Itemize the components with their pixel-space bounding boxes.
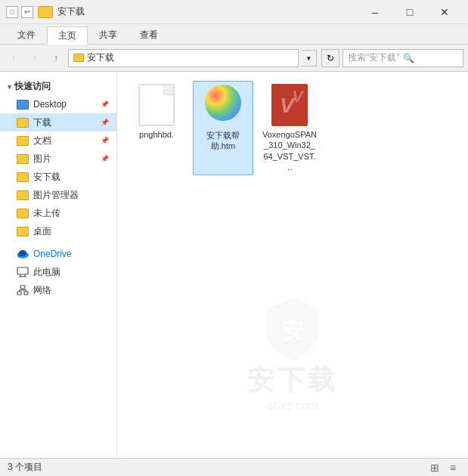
file-label-0: pnghhbd. [139, 129, 174, 140]
status-count: 3 个项目 [8, 461, 42, 474]
address-box[interactable]: 安下载 [68, 49, 299, 67]
sidebar-item-documents[interactable]: 文档 📌 [0, 131, 116, 150]
tab-share[interactable]: 共享 [88, 26, 129, 44]
up-button[interactable]: ↑ [47, 49, 65, 67]
pin-icon-documents: 📌 [101, 137, 109, 144]
tab-view[interactable]: 查看 [129, 26, 169, 44]
pin-icon-desktop: 📌 [101, 100, 109, 108]
file-icon-htm-container [205, 85, 241, 127]
svg-rect-4 [17, 267, 28, 274]
breadcrumb: 安下载 [73, 51, 114, 64]
address-text: 安下载 [87, 51, 114, 64]
files-grid: pnghhbd. 安下载帮助.htm V VoxengoSPAN_310_ [123, 78, 462, 178]
tab-file[interactable]: 文件 [6, 26, 47, 44]
sidebar-desktop-label: Desktop [33, 99, 67, 110]
tab-home[interactable]: 主页 [47, 26, 88, 45]
sidebar-item-onedrive[interactable]: OneDrive [0, 245, 116, 263]
svg-text:V: V [280, 94, 296, 117]
sidebar-network-label: 网络 [33, 284, 51, 297]
pin-icon-download: 📌 [101, 119, 109, 126]
sidebar-item-unuploaded[interactable]: 未上传 [0, 204, 116, 222]
file-icon-generic-0 [138, 84, 175, 126]
sidebar-item-photo-manager[interactable]: 图片管理器 [0, 186, 116, 204]
ribbon: 文件 主页 共享 查看 [0, 24, 468, 45]
title-bar-left: □ ↩ 安下载 [6, 5, 85, 18]
htm-icon [205, 85, 241, 121]
svg-rect-8 [20, 286, 25, 289]
window-controls: – □ ✕ [358, 0, 462, 24]
sidebar-unuploaded-label: 未上传 [33, 207, 60, 220]
sidebar-item-desktop[interactable]: Desktop 📌 [0, 95, 116, 113]
undo-icon: ↩ [21, 6, 33, 18]
sidebar-quickaccess-header[interactable]: ▾ 快速访问 [0, 78, 116, 95]
sidebar-item-pictures[interactable]: 图片 📌 [0, 150, 116, 168]
search-placeholder: 搜索"安下载" [348, 51, 400, 64]
file-item-2[interactable]: V VoxengoSPAN_310_Win32_64_VST_VST... [259, 81, 320, 175]
status-bar: 3 个项目 ⊞ ≡ [0, 458, 468, 476]
window-title: 安下载 [57, 5, 85, 18]
file-icon-vst-0: V [271, 84, 308, 126]
sidebar-pc-label: 此电脑 [33, 266, 60, 279]
sidebar-item-desktop2[interactable]: 桌面 [0, 222, 116, 240]
quickaccess-label: 快速访问 [14, 80, 51, 93]
pictures-folder-icon [17, 154, 29, 164]
onedrive-icon [17, 248, 29, 260]
watermark-shield-icon: 安 [259, 294, 327, 362]
desktop-folder-icon [17, 100, 29, 110]
file-item-1[interactable]: 安下载帮助.htm [193, 81, 253, 175]
address-folder-icon [73, 54, 84, 62]
file-item-0[interactable]: pnghhbd. [126, 81, 187, 175]
main-content: ▾ 快速访问 Desktop 📌 下载 📌 文档 📌 图片 📌 安下载 [0, 72, 468, 458]
title-bar: □ ↩ 安下载 – □ ✕ [0, 0, 468, 24]
close-button[interactable]: ✕ [427, 0, 462, 24]
save-icon: □ [6, 6, 18, 18]
sidebar: ▾ 快速访问 Desktop 📌 下载 📌 文档 📌 图片 📌 安下载 [0, 72, 117, 458]
watermark-cn: 安下载 [247, 362, 338, 399]
network-icon [17, 284, 29, 296]
refresh-button[interactable]: ↻ [321, 49, 339, 67]
sidebar-photo-manager-label: 图片管理器 [33, 189, 79, 202]
sidebar-item-network[interactable]: 网络 [0, 281, 116, 299]
file-label-1: 安下载帮助.htm [197, 130, 249, 152]
minimize-button[interactable]: – [358, 0, 392, 24]
sidebar-item-anxz[interactable]: 安下载 [0, 168, 116, 186]
svg-point-3 [19, 250, 26, 256]
pc-icon [17, 266, 29, 278]
unuploaded-folder-icon [17, 209, 29, 218]
anxz-folder-icon [17, 172, 29, 182]
pin-icon-pictures: 📌 [101, 155, 109, 162]
sidebar-item-download[interactable]: 下载 📌 [0, 113, 116, 131]
title-bar-icons: □ ↩ [6, 6, 33, 18]
watermark: 安 安下载 anxz.com [247, 294, 338, 413]
search-box[interactable]: 搜索"安下载" 🔍 [342, 49, 463, 67]
svg-rect-9 [17, 292, 21, 295]
photo-manager-folder-icon [17, 190, 29, 200]
sidebar-pictures-label: 图片 [33, 153, 51, 165]
sidebar-desktop2-label: 桌面 [33, 225, 51, 238]
forward-button[interactable]: › [26, 49, 44, 67]
maximize-button[interactable]: □ [392, 0, 427, 24]
back-button[interactable]: ‹ [5, 49, 23, 67]
status-view-controls: ⊞ ≡ [427, 461, 460, 474]
view-list-button[interactable]: ≡ [445, 461, 460, 474]
address-dropdown[interactable]: ▾ [302, 50, 317, 66]
desktop2-folder-icon [17, 227, 29, 236]
svg-text:安: 安 [280, 318, 303, 342]
search-icon: 🔍 [403, 53, 414, 63]
sidebar-onedrive-label: OneDrive [33, 249, 72, 259]
svg-rect-10 [24, 292, 28, 295]
address-bar-area: ‹ › ↑ 安下载 ▾ ↻ 搜索"安下载" 🔍 [0, 45, 468, 72]
quickaccess-arrow: ▾ [8, 83, 11, 91]
download-folder-icon [17, 118, 29, 128]
documents-folder-icon [17, 136, 29, 146]
sidebar-documents-label: 文档 [33, 134, 51, 147]
sidebar-anxz-label: 安下载 [33, 171, 60, 184]
window-folder-icon [38, 6, 53, 18]
file-area: 安 安下载 anxz.com pnghhbd. 安下载帮助.htm [117, 72, 468, 458]
vst-svg: V [278, 91, 301, 119]
ribbon-tabs: 文件 主页 共享 查看 [0, 24, 468, 44]
view-icons-button[interactable]: ⊞ [427, 461, 442, 474]
sidebar-item-pc[interactable]: 此电脑 [0, 263, 116, 281]
file-label-2: VoxengoSPAN_310_Win32_64_VST_VST... [262, 129, 317, 172]
watermark-en: anxz.com [267, 399, 318, 413]
